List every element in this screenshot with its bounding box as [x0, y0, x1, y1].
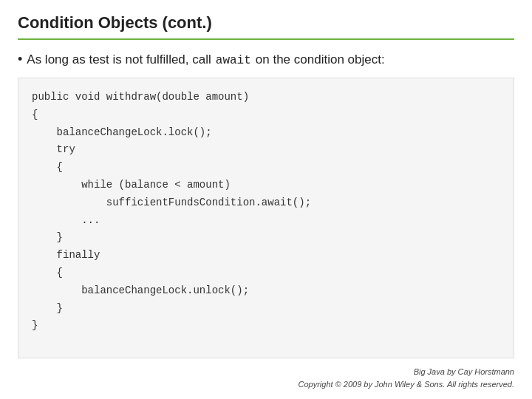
code-line-2: { [32, 106, 500, 124]
code-block: public void withdraw(double amount) { ba… [18, 78, 514, 358]
bullet-section: • As long as test is not fulfilled, call… [18, 52, 514, 67]
code-line-6: while (balance < amount) [32, 177, 500, 194]
code-line-9: } [32, 229, 500, 247]
code-line-7: sufficientFundsCondition.await(); [32, 194, 500, 212]
footer-line2: Copyright © 2009 by John Wiley & Sons. A… [18, 378, 514, 391]
bullet-suffix: on the condition object: [256, 52, 385, 67]
code-line-5: { [32, 159, 500, 177]
bullet-code: await [216, 54, 251, 67]
bullet-item: • As long as test is not fulfilled, call… [18, 52, 514, 67]
page: Condition Objects (cont.) • As long as t… [0, 0, 532, 399]
code-line-12: balanceChangeLock.unlock(); [32, 282, 500, 300]
code-line-10: finally [32, 247, 500, 265]
page-title: Condition Objects (cont.) [18, 13, 212, 32]
footer: Big Java by Cay Horstmann Copyright © 20… [18, 358, 514, 390]
code-line-11: { [32, 265, 500, 282]
code-line-1: public void withdraw(double amount) [32, 89, 500, 106]
bullet-symbol: • [18, 52, 22, 67]
bullet-prefix: As long as test is not fulfilled, call [27, 52, 211, 67]
title-section: Condition Objects (cont.) [18, 13, 514, 40]
code-line-8: ... [32, 212, 500, 230]
code-line-14: } [32, 317, 500, 335]
code-line-4: try [32, 141, 500, 159]
footer-line1: Big Java by Cay Horstmann [18, 366, 514, 378]
code-line-3: balanceChangeLock.lock(); [32, 124, 500, 142]
code-line-13: } [32, 300, 500, 318]
